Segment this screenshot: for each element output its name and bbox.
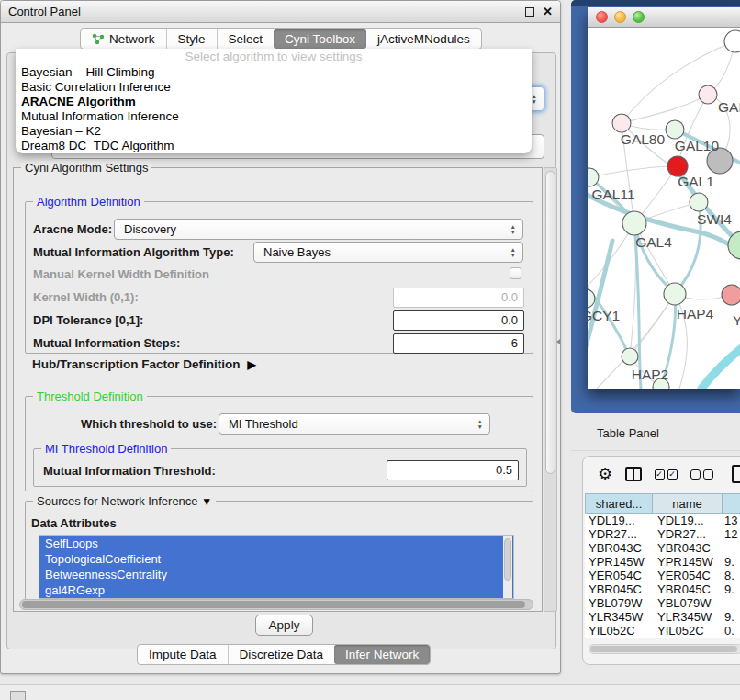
dropdown-item[interactable]: Mutual Information Inference [16, 109, 532, 124]
manual-kernel-checkbox[interactable] [510, 267, 521, 279]
which-threshold-label: Which threshold to use: [81, 417, 217, 431]
table-row[interactable]: YDL19... YDL19... 13 [585, 514, 740, 527]
network-node-gal10[interactable] [666, 120, 684, 139]
apply-button[interactable]: Apply [255, 615, 313, 636]
dropdown-item[interactable]: Bayesian – K2 [16, 124, 532, 139]
table-horizontal-scrollbar[interactable] [589, 644, 740, 654]
settings-hscroll-thumb[interactable] [22, 601, 525, 608]
list-scrollbar-thumb[interactable] [504, 538, 511, 581]
table-row[interactable]: YIL052C YIL052C 0. [585, 624, 740, 638]
table-row[interactable]: YBR043C YBR043C [585, 541, 740, 555]
kernel-width-field[interactable]: 0.0 [393, 288, 524, 308]
settings-vscroll-thumb[interactable] [545, 171, 555, 474]
network-node[interactable] [722, 285, 740, 305]
node-label: HAP2 [632, 367, 669, 382]
tab-infer-network[interactable]: Infer Network [334, 645, 430, 664]
mi-algorithm-type-combo[interactable]: Naive Bayes ▲▼ [253, 242, 523, 263]
which-threshold-combo[interactable]: MI Threshold ▲▼ [219, 413, 490, 435]
table-hscroll-thumb[interactable] [590, 646, 737, 652]
aracne-mode-value: Discovery [115, 222, 176, 236]
network-window-titlebar[interactable] [588, 7, 740, 28]
combo-stepper-icon: ▲▼ [532, 94, 537, 104]
tab-label: Discretize Data [240, 648, 324, 661]
list-item[interactable]: SelfLoops [39, 536, 513, 551]
kernel-width-label: Kernel Width (0,1): [33, 290, 139, 304]
column-header-shared[interactable]: shared... [585, 493, 653, 514]
list-scrollbar[interactable] [503, 536, 512, 599]
tab-impute-data[interactable]: Impute Data [138, 645, 228, 664]
select-all-checkboxes-icon[interactable]: ✓ ✓ [655, 469, 678, 480]
tab-jactivemnodules[interactable]: jActiveMNodules [366, 29, 481, 49]
top-tab-bar: Network Style Select Cyni Toolbox jActiv… [80, 28, 482, 50]
network-node-gal4[interactable] [622, 211, 646, 235]
table-panel-title: Table Panel [597, 426, 659, 440]
settings-horizontal-scrollbar[interactable] [19, 599, 533, 610]
tab-cyni-toolbox[interactable]: Cyni Toolbox [274, 29, 366, 49]
network-node[interactable] [699, 85, 717, 104]
close-traffic-light-icon[interactable] [596, 11, 608, 23]
mi-steps-field[interactable]: 6 [393, 333, 524, 354]
table-row[interactable]: YBR045C YBR045C 9. [585, 582, 740, 596]
settings-vertical-scrollbar[interactable] [544, 167, 557, 612]
list-item[interactable]: BetweennessCentrality [39, 567, 513, 582]
tab-select[interactable]: Select [217, 29, 275, 49]
threshold-definition-title: Threshold Definition [33, 390, 147, 403]
list-item[interactable]: gal4RGexp [39, 582, 513, 598]
gear-icon[interactable]: ⚙ [598, 466, 612, 482]
data-attributes-list[interactable]: SelfLoops TopologicalCoefficient Between… [39, 535, 514, 599]
table-row[interactable]: YLR345W YLR345W 9. [585, 610, 740, 624]
collapse-down-icon[interactable]: ▼ [201, 495, 212, 508]
network-node-gal80[interactable] [612, 114, 631, 132]
zoom-traffic-light-icon[interactable] [633, 11, 645, 23]
float-icon[interactable] [525, 7, 534, 17]
panel-resize-handle[interactable] [555, 336, 562, 346]
network-node-hap4[interactable] [664, 283, 686, 305]
column-header-name[interactable]: name [653, 493, 723, 514]
new-table-icon[interactable] [732, 465, 740, 483]
mi-threshold-field[interactable]: 0.5 [387, 460, 519, 480]
hub-definition-expander[interactable]: Hub/Transcription Factor Definition ▶ [32, 357, 256, 371]
threshold-definition-group: Threshold Definition Which threshold to … [25, 396, 533, 491]
algorithm-dropdown-list: Select algorithm to view settings Bayesi… [16, 49, 532, 153]
network-canvas[interactable]: GAL GAL80 GAL10 GAL1 GAL11 SWI4 GAL4 GCY… [588, 28, 740, 389]
network-node-hap2[interactable] [622, 348, 638, 365]
tab-label: Impute Data [149, 648, 217, 661]
node-label: Y [733, 312, 740, 328]
table-body: YDL19... YDL19... 13 YDR27... YDR27... 1… [585, 514, 740, 638]
control-panel-titlebar: Control Panel ✕ [1, 1, 560, 23]
sources-group: Sources for Network Inference ▼ Data Att… [25, 501, 533, 602]
dropdown-item[interactable]: Dream8 DC_TDC Algorithm [16, 139, 532, 153]
aracne-mode-combo[interactable]: Discovery ▲▼ [114, 219, 523, 240]
column-header-partial[interactable] [723, 493, 740, 514]
minimize-traffic-light-icon[interactable] [614, 11, 626, 23]
network-node-gcy1[interactable] [588, 289, 595, 308]
table-row[interactable]: YDR27... YDR27... 12 [585, 527, 740, 541]
mi-type-label: Mutual Information Algorithm Type: [33, 245, 234, 259]
tab-network[interactable]: Network [81, 29, 166, 49]
close-icon[interactable]: ✕ [543, 7, 553, 17]
table-header-row: shared... name [585, 493, 740, 514]
node-label: GAL [718, 99, 740, 115]
tab-style[interactable]: Style [166, 29, 217, 49]
table-toolbar: ⚙ ✓ ✓ [583, 457, 740, 491]
table-row[interactable]: YPR145W YPR145W 9. [585, 555, 740, 569]
algorithm-definition-title: Algorithm Definition [33, 195, 144, 209]
network-node-swi4[interactable] [690, 193, 708, 211]
network-view-window: GAL GAL80 GAL10 GAL1 GAL11 SWI4 GAL4 GCY… [588, 7, 740, 389]
network-node[interactable] [724, 30, 740, 52]
dpi-tolerance-field[interactable]: 0.0 [393, 310, 524, 331]
dropdown-item-highlighted[interactable]: ARACNE Algorithm [16, 95, 532, 109]
list-item[interactable]: TopologicalCoefficient [39, 551, 513, 567]
table-row[interactable]: YER054C YER054C 8. [585, 569, 740, 582]
network-window-frame: GAL GAL80 GAL10 GAL1 GAL11 SWI4 GAL4 GCY… [571, 0, 740, 413]
partial-widget-icon [10, 691, 26, 700]
dropdown-item[interactable]: Basic Correlation Inference [16, 80, 532, 95]
mi-threshold-definition-title: MI Threshold Definition [41, 442, 171, 456]
table-row[interactable]: YBL079W YBL079W [585, 596, 740, 610]
dropdown-item[interactable]: Bayesian – Hill Climbing [16, 65, 532, 80]
tab-discretize-data[interactable]: Discretize Data [228, 645, 335, 664]
node-label: GAL4 [635, 234, 672, 250]
combo-stepper-icon: ▲▼ [510, 247, 516, 257]
columns-icon[interactable] [625, 467, 641, 481]
deselect-all-checkboxes-icon[interactable] [690, 469, 713, 480]
